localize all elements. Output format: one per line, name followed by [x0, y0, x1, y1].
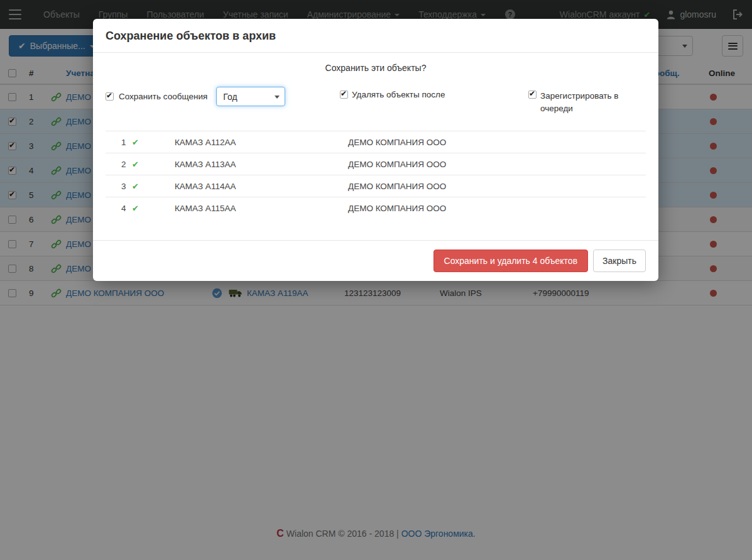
modal-table-row: 3 ✔ КАМАЗ А114АА ДЕМО КОМПАНИЯ ООО: [106, 175, 646, 197]
modal-question: Сохранить эти объекты?: [106, 63, 646, 73]
modal-table-row: 4 ✔ КАМАЗ А115АА ДЕМО КОМПАНИЯ ООО: [106, 197, 646, 219]
check-icon: ✔: [132, 182, 175, 191]
modal-objects-table: 1 ✔ КАМАЗ А112АА ДЕМО КОМПАНИЯ ООО 2 ✔ К…: [106, 131, 646, 219]
save-messages-control: Сохранить сообщения Год: [106, 87, 340, 106]
modal-row-number: 1: [106, 138, 132, 147]
check-icon: ✔: [132, 204, 175, 213]
modal-object-name: КАМАЗ А115АА: [175, 204, 348, 213]
modal-title: Сохранение объектов в архив: [106, 30, 646, 43]
save-delete-button[interactable]: Сохранить и удалить 4 объектов: [433, 250, 589, 272]
modal-header: Сохранение объектов в архив: [93, 19, 658, 53]
modal-row-number: 2: [106, 160, 132, 169]
delete-after-checkbox[interactable]: [340, 91, 348, 99]
modal-row-number: 3: [106, 182, 132, 191]
check-icon: ✔: [132, 138, 175, 147]
modal-row-number: 4: [106, 204, 132, 213]
modal-object-name: КАМАЗ А112АА: [175, 138, 348, 147]
modal-footer: Сохранить и удалить 4 объектов Закрыть: [93, 240, 658, 281]
modal-company-name: ДЕМО КОМПАНИЯ ООО: [348, 182, 646, 191]
modal-object-name: КАМАЗ А113АА: [175, 160, 348, 169]
save-messages-checkbox[interactable]: [106, 92, 114, 101]
modal-company-name: ДЕМО КОМПАНИЯ ООО: [348, 204, 646, 213]
period-select[interactable]: Год: [216, 87, 285, 106]
register-queue-label: Зарегистрировать в очереди: [540, 90, 623, 114]
save-messages-label: Сохранить сообщения: [119, 92, 207, 101]
modal-company-name: ДЕМО КОМПАНИЯ ООО: [348, 138, 646, 147]
modal-controls: Сохранить сообщения Год Удалять объекты …: [106, 87, 646, 114]
period-select-wrap: Год: [216, 87, 285, 106]
modal-table-row: 1 ✔ КАМАЗ А112АА ДЕМО КОМПАНИЯ ООО: [106, 131, 646, 153]
modal-company-name: ДЕМО КОМПАНИЯ ООО: [348, 160, 646, 169]
close-button[interactable]: Закрыть: [593, 250, 646, 272]
delete-after-label: Удалять объекты после: [352, 90, 445, 99]
delete-after-control: Удалять объекты после: [340, 90, 528, 99]
modal-object-name: КАМАЗ А114АА: [175, 182, 348, 191]
modal-body: Сохранить эти объекты? Сохранить сообщен…: [93, 53, 658, 219]
check-icon: ✔: [132, 160, 175, 169]
modal-table-row: 2 ✔ КАМАЗ А113АА ДЕМО КОМПАНИЯ ООО: [106, 153, 646, 175]
register-queue-control: Зарегистрировать в очереди: [528, 90, 623, 114]
archive-modal: Сохранение объектов в архив Сохранить эт…: [93, 19, 658, 281]
register-queue-checkbox[interactable]: [528, 91, 537, 99]
